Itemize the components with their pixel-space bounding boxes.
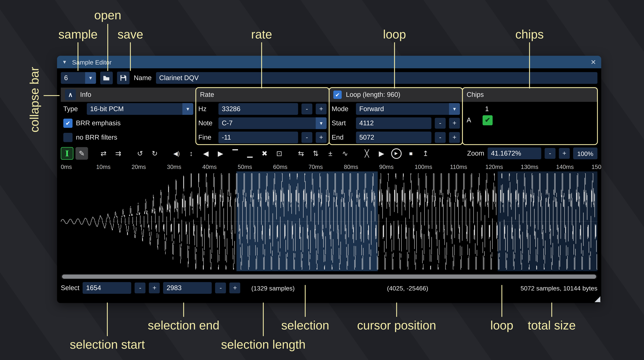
select-tool-button[interactable]: I — [61, 147, 74, 160]
selection-end-decrease-button[interactable]: - — [215, 282, 226, 294]
no-brr-filters-checkbox[interactable] — [63, 133, 73, 142]
annotation-sample: sample — [58, 28, 98, 42]
window-collapse-icon[interactable]: ▼ — [62, 59, 67, 65]
annotation-selection-start: selection start — [70, 338, 145, 352]
zoom-label: Zoom — [467, 150, 484, 157]
annotation-total-size: total size — [528, 318, 576, 332]
fine-increase-button[interactable]: + — [316, 132, 327, 143]
annotation-line-save — [130, 42, 131, 71]
fade-out-button[interactable]: ▶ — [214, 147, 227, 160]
loop-mode-dropdown[interactable]: Forward ▼ — [356, 103, 460, 115]
chips-body: 1 A ✔ — [462, 102, 597, 126]
waveform-view[interactable] — [61, 171, 598, 271]
chevron-down-icon: ▼ — [182, 103, 193, 115]
zoom-input[interactable]: 41.1672% — [488, 148, 541, 159]
scrollbar-thumb[interactable] — [62, 274, 596, 279]
draw-tool-button[interactable]: ✎ — [76, 147, 88, 160]
name-input[interactable]: Clarinet DQV — [156, 72, 598, 84]
loop-start-label: Start — [332, 120, 353, 127]
upload-icon: ↥ — [422, 150, 428, 157]
invert-button[interactable]: ⇅ — [310, 147, 322, 160]
time-ruler[interactable]: 0ms 10ms 20ms 30ms 40ms 50ms 60ms 70ms 8… — [61, 162, 601, 172]
import-button[interactable]: ↥ — [419, 147, 432, 160]
preview-button[interactable]: ▶ — [375, 147, 388, 160]
annotation-line-total-size — [551, 302, 552, 317]
note-dropdown[interactable]: C-7 ▼ — [218, 117, 327, 129]
zoom-out-button[interactable]: - — [544, 148, 556, 159]
loop-start-decrease-button[interactable]: - — [435, 118, 446, 129]
insert-silence-button[interactable]: ▔ — [229, 147, 242, 160]
loop-mode-row: Mode Forward ▼ — [329, 102, 462, 116]
info-section: ∧ Info Type 16-bit PCM ▼ ✔ BRR emphasis — [61, 88, 196, 144]
crossfade-loop-button[interactable]: ╳ — [360, 147, 373, 160]
apply-filter-button[interactable]: ∿ — [339, 147, 351, 160]
note-label: Note — [198, 120, 215, 127]
fine-decrease-button[interactable]: - — [302, 132, 312, 143]
annotation-line-chips — [529, 42, 530, 88]
collapse-bar-icon[interactable]: ∧ — [65, 89, 76, 100]
brr-emphasis-row: ✔ BRR emphasis — [61, 116, 196, 130]
loop-end-decrease-button[interactable]: - — [435, 132, 446, 143]
redo-button[interactable]: ↻ — [148, 147, 161, 160]
close-icon[interactable]: ✕ — [590, 58, 596, 66]
check-icon: ✔ — [66, 120, 70, 126]
normalize-button[interactable]: ↕ — [185, 147, 198, 160]
stretch-button[interactable]: ⇉ — [112, 147, 124, 160]
total-size-text: 5072 samples, 10144 bytes — [520, 284, 597, 292]
ruler-tick: 110ms — [450, 164, 486, 170]
loop-checkbox[interactable]: ✔ — [333, 90, 342, 99]
zoom-in-button[interactable]: + — [559, 148, 570, 159]
loop-end-increase-button[interactable]: + — [449, 132, 460, 143]
annotation-loop-top: loop — [383, 28, 406, 42]
zoom-reset-button[interactable]: 100% — [573, 148, 598, 159]
sample-selector[interactable]: 6 ▼ — [61, 72, 96, 84]
hz-input[interactable]: 33286 — [218, 103, 298, 115]
undo-button[interactable]: ↺ — [134, 147, 146, 160]
annotation-line-rate — [261, 42, 262, 88]
selection-start-increase-button[interactable]: + — [149, 282, 160, 294]
hz-decrease-button[interactable]: - — [302, 104, 312, 114]
loop-end-row: End 5072 - + — [329, 130, 462, 144]
titlebar[interactable]: ▼ Sample Editor ✕ — [57, 56, 601, 68]
hz-increase-button[interactable]: + — [316, 104, 327, 114]
waveform-canvas[interactable] — [61, 171, 598, 271]
loop-start-increase-button[interactable]: + — [449, 118, 460, 129]
reverse-button[interactable]: ⇆ — [295, 147, 307, 160]
chip-enable-checkbox[interactable]: ✔ — [482, 115, 493, 125]
play-selection-button[interactable]: ▶ — [390, 147, 402, 160]
annotation-line-collapse-bar — [44, 95, 60, 96]
annotation-save: save — [118, 28, 143, 42]
selection-end-increase-button[interactable]: + — [230, 282, 240, 294]
selection-end-input[interactable]: 2983 — [163, 282, 212, 294]
save-button[interactable] — [117, 72, 130, 84]
fine-row: Fine -11 - + — [196, 130, 329, 144]
signed-unsigned-button[interactable]: ± — [324, 147, 337, 160]
loop-end-input[interactable]: 5072 — [356, 132, 432, 143]
trim-button[interactable]: ⊡ — [273, 147, 286, 160]
horizontal-scrollbar[interactable] — [61, 274, 598, 279]
chip-row: A ✔ — [467, 115, 593, 125]
apply-silence-button[interactable]: ▁ — [244, 147, 256, 160]
loop-start-input[interactable]: 4112 — [356, 117, 432, 129]
type-dropdown[interactable]: 16-bit PCM ▼ — [87, 103, 193, 115]
chip-column-header: 1 — [485, 102, 593, 115]
brr-emphasis-checkbox[interactable]: ✔ — [63, 118, 73, 128]
amplify-button[interactable]: ◀) — [170, 147, 183, 160]
annotation-cursor-position: cursor position — [357, 318, 436, 332]
selection-start-input[interactable]: 1654 — [83, 282, 132, 294]
crossed-arrows-icon: ╳ — [365, 150, 369, 157]
chevron-down-icon: ▼ — [316, 117, 327, 129]
open-button[interactable] — [100, 72, 113, 84]
type-label: Type — [63, 105, 84, 113]
annotation-line-selection-length — [263, 302, 264, 336]
speaker-icon: ◀) — [173, 150, 180, 156]
selection-start-decrease-button[interactable]: - — [135, 282, 146, 294]
delete-button[interactable]: ✖ — [258, 147, 271, 160]
stop-button[interactable]: ■ — [404, 147, 417, 160]
resize-button[interactable]: ⇄ — [97, 147, 110, 160]
hz-label: Hz — [198, 105, 215, 113]
fine-input[interactable]: -11 — [218, 132, 298, 143]
fade-in-button[interactable]: ◀ — [200, 147, 212, 160]
name-label: Name — [134, 74, 152, 82]
resize-grip-icon[interactable] — [594, 296, 600, 302]
